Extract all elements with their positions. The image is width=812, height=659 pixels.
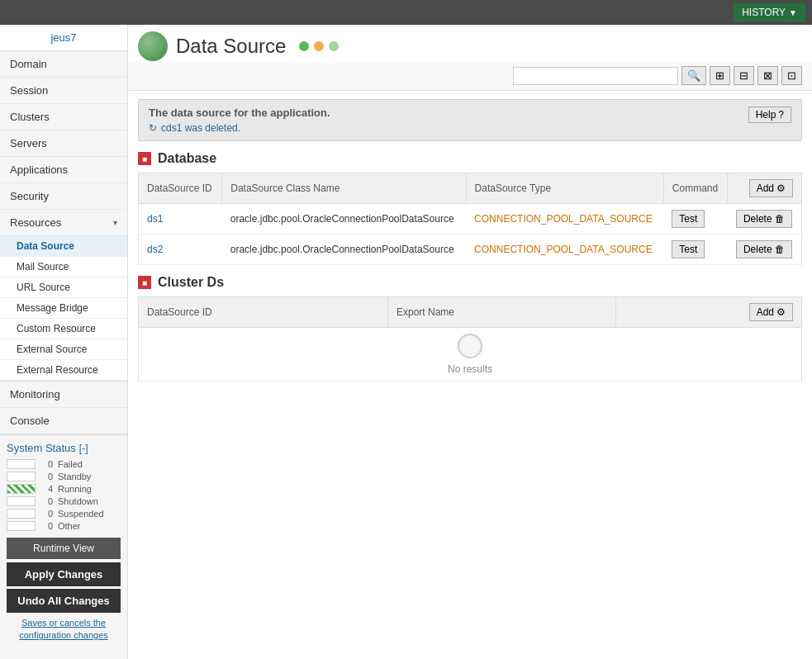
search-button[interactable]: 🔍 [681, 66, 706, 85]
ds1-class-cell: oracle.jdbc.pool.OracleConnectionPoolDat… [222, 204, 466, 235]
status-row-failed: 0 Failed [7, 459, 121, 469]
database-section-icon [138, 152, 151, 165]
status-row-other: 0 Other [7, 521, 121, 531]
ds1-id-cell: ds1 [139, 204, 222, 235]
sidebar-subnav-item-mail-source[interactable]: Mail Source [0, 257, 127, 277]
th-add-database: Add ⚙ [728, 173, 802, 204]
cluster-ds-table-header-row: DataSource ID Export Name Add ⚙ [139, 297, 802, 328]
delete-icon: 🗑 [775, 213, 785, 225]
database-add-button[interactable]: Add ⚙ [749, 179, 793, 197]
no-results-icon [458, 334, 482, 358]
ds1-test-cell: Test [663, 204, 728, 235]
cluster-ds-section-title: Cluster Ds [138, 275, 802, 290]
status-row-running: 4 Running [7, 484, 121, 494]
ds1-delete-button[interactable]: Delete 🗑 [736, 210, 792, 228]
help-button[interactable]: Help ? [748, 107, 791, 123]
cluster-ds-section: Cluster Ds DataSource ID Export Name Add… [138, 275, 802, 382]
ds1-test-button[interactable]: Test [672, 210, 705, 228]
sidebar-item-servers[interactable]: Servers [0, 130, 127, 157]
sidebar-username[interactable]: jeus7 [0, 25, 127, 51]
th-export-name: Export Name [388, 297, 616, 328]
th-datasource-id: DataSource ID [139, 173, 222, 204]
saves-link[interactable]: Saves or cancels the configuration chang… [7, 617, 121, 642]
sidebar-subnav-item-data-source[interactable]: Data Source [0, 236, 127, 257]
database-table-body: ds1 oracle.jdbc.pool.OracleConnectionPoo… [139, 204, 802, 265]
cluster-ds-section-icon [138, 276, 151, 289]
th-datasource-class-name: DataSource Class Name [222, 173, 466, 204]
table-row: ds2 oracle.jdbc.pool.OracleConnectionPoo… [139, 235, 802, 265]
sidebar-item-clusters[interactable]: Clusters [0, 104, 127, 130]
toolbar-btn-2[interactable]: ⊟ [734, 66, 754, 85]
ds2-delete-cell: Delete 🗑 [728, 235, 802, 265]
ds2-delete-button[interactable]: Delete 🗑 [736, 240, 792, 258]
status-bar-standby [7, 472, 36, 481]
search-input[interactable] [513, 67, 678, 85]
info-banner-sub-text: cds1 was deleted. [161, 122, 240, 134]
content-header-area: Data Source [128, 25, 812, 61]
sidebar-subnav: Data Source Mail Source URL Source Messa… [0, 236, 127, 382]
sidebar-item-session[interactable]: Session [0, 78, 127, 104]
ds1-link[interactable]: ds1 [147, 213, 163, 225]
refresh-icon: ↻ [149, 122, 157, 134]
sidebar-subnav-item-message-bridge[interactable]: Message Bridge [0, 298, 127, 319]
ds1-delete-cell: Delete 🗑 [728, 204, 802, 235]
sidebar-item-resources[interactable]: Resources ▾ [0, 210, 127, 236]
ds1-type-cell: CONNECTION_POOL_DATA_SOURCE [466, 204, 663, 235]
sidebar-section-console[interactable]: Console [0, 408, 127, 434]
th-add-cluster-ds: Add ⚙ [615, 297, 801, 328]
sidebar-item-domain[interactable]: Domain [0, 51, 127, 78]
main-layout: jeus7 Domain Session Clusters Servers Ap… [0, 25, 812, 659]
toolbar-btn-1[interactable]: ⊞ [710, 66, 730, 85]
status-row-shutdown: 0 Shutdown [7, 496, 121, 506]
th-datasource-type: DataSource Type [466, 173, 663, 204]
sidebar: jeus7 Domain Session Clusters Servers Ap… [0, 25, 128, 659]
ds2-type-cell: CONNECTION_POOL_DATA_SOURCE [466, 235, 663, 265]
history-arrow-icon: ▼ [789, 8, 797, 17]
dot-lightgreen [329, 41, 339, 51]
runtime-view-button[interactable]: Runtime View [7, 538, 121, 559]
ds2-test-button[interactable]: Test [672, 240, 705, 258]
undo-all-changes-button[interactable]: Undo All Changes [7, 589, 121, 613]
toolbar-btn-3[interactable]: ⊠ [757, 66, 778, 85]
cluster-ds-table-body: No results [139, 328, 802, 382]
sidebar-item-applications[interactable]: Applications [0, 157, 127, 183]
cluster-add-icon: ⚙ [776, 306, 786, 318]
status-bar-failed [7, 459, 36, 469]
ds2-class-cell: oracle.jdbc.pool.OracleConnectionPoolDat… [222, 235, 466, 265]
no-results-cell: No results [139, 328, 802, 382]
sidebar-subnav-item-custom-resource[interactable]: Custom Resource [0, 319, 127, 339]
sidebar-subnav-item-external-resource[interactable]: External Resource [0, 360, 127, 381]
system-status-title: System Status [-] [7, 442, 121, 454]
sidebar-item-security[interactable]: Security [0, 183, 127, 210]
table-row: ds1 oracle.jdbc.pool.OracleConnectionPoo… [139, 204, 802, 235]
toolbar-btn-4[interactable]: ⊡ [781, 66, 802, 85]
apply-changes-button[interactable]: Apply Changes [7, 562, 121, 586]
ds2-id-cell: ds2 [139, 235, 222, 265]
history-button[interactable]: HISTORY ▼ [734, 3, 805, 21]
database-section: Database DataSource ID DataSource Class … [138, 151, 802, 265]
system-status-collapse-icon[interactable]: [-] [79, 443, 88, 454]
th-command: Command [663, 173, 728, 204]
app-container: HISTORY ▼ jeus7 Domain Session Clusters … [0, 0, 812, 659]
history-label: HISTORY [742, 7, 786, 18]
th-cluster-datasource-id: DataSource ID [139, 297, 388, 328]
info-banner-sub: ↻ cds1 was deleted. [149, 122, 330, 134]
sidebar-section-monitoring[interactable]: Monitoring [0, 382, 127, 408]
status-bar-shutdown [7, 496, 36, 506]
database-section-title: Database [138, 151, 802, 166]
info-banner: The data source for the application. ↻ c… [138, 99, 802, 141]
cluster-ds-add-button[interactable]: Add ⚙ [749, 303, 793, 321]
sidebar-subnav-item-url-source[interactable]: URL Source [0, 277, 127, 298]
status-bar-suspended [7, 509, 36, 519]
ds2-link[interactable]: ds2 [147, 244, 163, 255]
page-logo [138, 31, 168, 61]
top-bar: HISTORY ▼ [0, 0, 812, 25]
page-title: Data Source [176, 35, 339, 58]
status-bar-running [7, 484, 36, 494]
add-icon: ⚙ [776, 183, 786, 194]
cluster-ds-table: DataSource ID Export Name Add ⚙ [138, 296, 802, 382]
main-content: Data Source 🔍 ⊞ ⊟ ⊠ ⊡ [128, 25, 812, 659]
sidebar-subnav-item-external-source[interactable]: External Source [0, 339, 127, 360]
delete-icon-2: 🗑 [775, 244, 785, 255]
resources-arrow-icon: ▾ [113, 218, 117, 227]
